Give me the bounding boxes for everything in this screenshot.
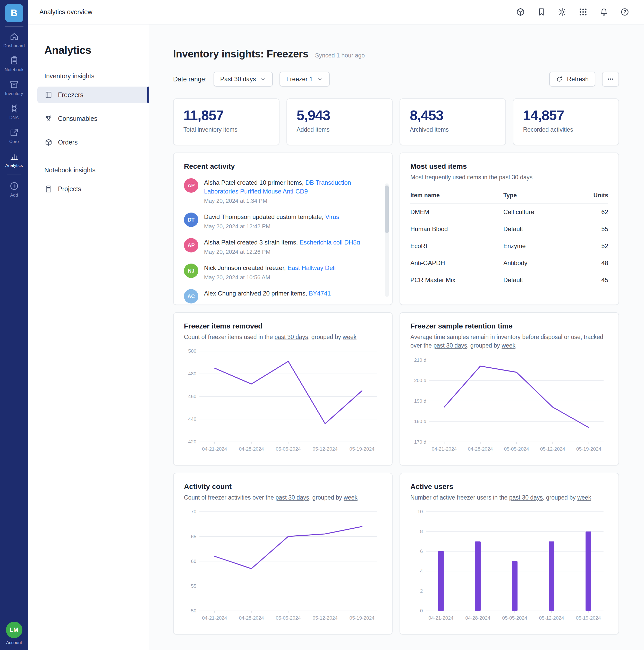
divider xyxy=(7,174,22,174)
sidebar-item-label: Projects xyxy=(58,185,81,193)
past-30-days-link[interactable]: past 30 days xyxy=(509,494,543,501)
apps-button[interactable] xyxy=(578,7,588,17)
table-row[interactable]: EcoRIEnzyme52 xyxy=(410,238,608,255)
bookmark-button[interactable] xyxy=(537,7,546,17)
avatar: AC xyxy=(184,289,199,303)
past-30-days-link[interactable]: past 30 days xyxy=(275,494,309,501)
sidebar-item-freezers[interactable]: Freezers xyxy=(37,86,149,103)
svg-text:05-12-2024: 05-12-2024 xyxy=(313,615,338,621)
nav-item-analytics[interactable]: Analytics xyxy=(0,147,28,171)
table-row[interactable]: Human BloodDefault55 xyxy=(410,220,608,238)
nav-item-label: Inventory xyxy=(5,92,23,96)
table-cell: 45 xyxy=(579,272,608,289)
week-link[interactable]: week xyxy=(344,494,358,501)
activity-link[interactable]: Virus xyxy=(325,213,339,220)
svg-text:05-19-2024: 05-19-2024 xyxy=(576,615,601,621)
activity-count-chart: 505560657004-21-202404-28-202405-05-2024… xyxy=(184,508,382,625)
stat-label: Added items xyxy=(297,126,383,133)
svg-text:04-21-2024: 04-21-2024 xyxy=(428,615,453,621)
chart-title: Activity count xyxy=(184,482,382,491)
app-logo[interactable]: B xyxy=(5,4,23,22)
sidebar-item-projects[interactable]: Projects xyxy=(37,181,149,197)
refresh-button[interactable]: Refresh xyxy=(549,72,595,86)
svg-text:05-12-2024: 05-12-2024 xyxy=(540,446,565,452)
sidebar-item-orders[interactable]: Orders xyxy=(37,134,149,150)
svg-text:60: 60 xyxy=(191,558,196,564)
nav-item-inventory[interactable]: Inventory xyxy=(0,75,28,100)
column-header[interactable]: Units xyxy=(579,188,608,203)
svg-text:05-12-2024: 05-12-2024 xyxy=(539,615,564,621)
svg-text:50: 50 xyxy=(191,608,196,614)
activity-timestamp: May 20, 2024 at 12:42 PM xyxy=(204,223,339,230)
stat-label: Archived items xyxy=(410,126,496,133)
avatar: NJ xyxy=(184,263,199,278)
column-header[interactable]: Item name xyxy=(410,188,503,203)
nav-item-notebook[interactable]: Notebook xyxy=(0,51,28,75)
activity-text: Alex Chung archived 20 primer items, BY4… xyxy=(204,289,331,298)
chart-title: Freezer items removed xyxy=(184,322,382,330)
package-button[interactable] xyxy=(516,7,525,17)
more-options-button[interactable] xyxy=(602,72,619,86)
settings-button[interactable] xyxy=(558,7,567,17)
freezer-dropdown[interactable]: Freezer 1 xyxy=(280,72,330,86)
table-cell: 62 xyxy=(579,203,608,220)
activity-timestamp: May 20, 2024 at 12:26 PM xyxy=(204,249,360,255)
nav-item-dashboard[interactable]: Dashboard xyxy=(0,28,28,51)
chart-panel-freezer-sample-retention-time: Freezer sample retention time Average ti… xyxy=(399,312,619,466)
week-link[interactable]: week xyxy=(577,494,591,501)
app-root: B DashboardNotebookInventoryDNACoreAnaly… xyxy=(0,0,644,650)
sidebar-item-consumables[interactable]: Consumables xyxy=(37,110,149,127)
past-30-days-link[interactable]: past 30 days xyxy=(499,174,532,181)
package-icon xyxy=(516,7,525,17)
svg-text:420: 420 xyxy=(188,439,196,445)
activity-timestamp: May 20, 2024 at 10:56 AM xyxy=(204,274,336,281)
past-30-days-link[interactable]: past 30 days xyxy=(275,334,308,340)
nav-item-label: Add xyxy=(10,193,18,197)
activity-scrollbar[interactable] xyxy=(385,183,389,297)
svg-text:6: 6 xyxy=(420,549,423,554)
svg-text:05-19-2024: 05-19-2024 xyxy=(350,446,374,452)
account-button[interactable]: LM Account xyxy=(0,622,28,645)
help-button[interactable] xyxy=(620,7,630,17)
table-row[interactable]: DMEMCell culture62 xyxy=(410,203,608,220)
svg-text:8: 8 xyxy=(420,529,423,534)
chart-panel-freezer-items-removed: Freezer items removed Count of freezer i… xyxy=(173,312,393,466)
table-row[interactable]: PCR Master MixDefault45 xyxy=(410,272,608,289)
svg-text:05-12-2024: 05-12-2024 xyxy=(313,446,338,452)
freezer-sample-retention-time-chart: 170 d180 d190 d200 d210 d04-21-202404-28… xyxy=(410,356,608,456)
column-header[interactable]: Type xyxy=(503,188,579,203)
freezer-items-removed-chart: 42044046048050004-21-202404-28-202405-05… xyxy=(184,347,382,456)
notebook-icon xyxy=(9,56,19,66)
date-range-dropdown[interactable]: Past 30 days xyxy=(214,72,273,86)
scrollbar-thumb[interactable] xyxy=(385,185,389,233)
activity-link[interactable]: East Hallway Deli xyxy=(287,264,336,271)
chart-description: Average time samples remain in inventory… xyxy=(410,333,608,350)
table-cell: EcoRI xyxy=(410,238,503,255)
activity-link[interactable]: BY4741 xyxy=(309,290,331,297)
analytics-icon xyxy=(9,151,19,161)
recent-activity-panel: Recent activity AP Aisha Patel created 1… xyxy=(173,152,393,305)
stat-label: Total inventory items xyxy=(183,126,269,133)
table-cell: Default xyxy=(503,272,579,289)
nav-item-label: Core xyxy=(9,139,19,144)
chart-description: Count of freezer items used in the past … xyxy=(184,333,382,341)
bell-button[interactable] xyxy=(599,7,609,17)
page-title: Inventory insights: Freezers xyxy=(173,48,308,60)
table-cell: 55 xyxy=(579,220,608,238)
chart-description: Count of freezer activities over the pas… xyxy=(184,493,382,502)
activity-link[interactable]: DB Transduction Laboratories Purified Mo… xyxy=(204,179,351,195)
nav-item-dna[interactable]: DNA xyxy=(0,100,28,123)
past-30-days-link[interactable]: past 30 days xyxy=(434,342,467,349)
sidebar-item-label: Orders xyxy=(58,139,77,146)
svg-text:05-05-2024: 05-05-2024 xyxy=(504,446,529,452)
nav-item-add[interactable]: Add xyxy=(0,177,28,201)
nav-item-core[interactable]: Core xyxy=(0,123,28,147)
week-link[interactable]: week xyxy=(502,342,515,349)
table-row[interactable]: Anti-GAPDHAntibody48 xyxy=(410,255,608,272)
activity-link[interactable]: Escherichia coli DH5α xyxy=(299,239,360,246)
nav-item-label: Dashboard xyxy=(3,43,25,48)
refresh-icon xyxy=(556,76,563,83)
controls-bar: Date range: Past 30 days Freezer 1 Refre… xyxy=(173,72,619,86)
week-link[interactable]: week xyxy=(343,334,357,340)
projects-icon xyxy=(44,185,53,193)
